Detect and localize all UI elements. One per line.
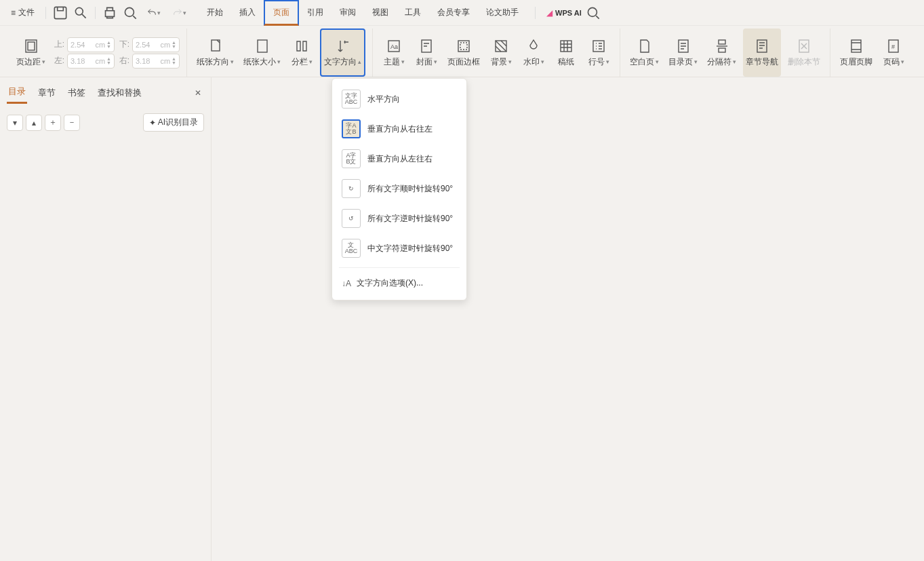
text-dir-options[interactable]: ↓A 文字方向选项(X)... [332, 272, 466, 294]
tab-view[interactable]: 视图 [364, 1, 397, 24]
sidebar-tab-toc[interactable]: 目录 [7, 81, 27, 104]
toc-page-button[interactable]: 目录页▾ [666, 28, 700, 77]
separator [535, 7, 536, 19]
text-dir-options-icon: ↓A [342, 279, 351, 288]
svg-point-3 [125, 7, 134, 16]
hamburger-icon: ≡ [11, 8, 16, 18]
text-direction-button[interactable]: 文字方向▴ [320, 28, 365, 77]
margin-top-input[interactable]: 2.54cm▲▼ [67, 37, 115, 52]
group-paper: 纸张方向▾ 纸张大小▾ 分栏▾ 文字方向▴ [187, 28, 373, 77]
sidebar-close-button[interactable]: ✕ [192, 85, 204, 100]
page-margin-icon [23, 38, 39, 54]
margin-right-label: 右: [117, 55, 129, 66]
svg-rect-15 [561, 41, 571, 52]
menu-item-label: 水平方向 [367, 94, 400, 105]
svg-rect-20 [757, 40, 767, 52]
columns-button[interactable]: 分栏▾ [287, 28, 316, 77]
chapter-nav-button[interactable]: 章节导航 [743, 28, 781, 77]
svg-rect-8 [258, 40, 267, 52]
delete-section-button: 删除本节 [785, 28, 823, 77]
margin-top-label: 上: [52, 39, 64, 50]
text-dir-cjk-ccw[interactable]: 文ABC 中文字符逆时针旋转90° [332, 233, 466, 263]
chevron-down-icon: ▾ [183, 9, 186, 16]
margin-left-input[interactable]: 3.18cm▲▼ [67, 54, 115, 69]
redo-icon[interactable]: ▾ [167, 4, 190, 22]
tab-start[interactable]: 开始 [199, 1, 231, 24]
chevron-down-icon: ▾ [42, 58, 45, 65]
file-menu[interactable]: ≡ 文件 [5, 4, 40, 21]
separator [95, 7, 96, 19]
tab-reference[interactable]: 引用 [299, 1, 332, 24]
margin-right-input[interactable]: 3.18cm▲▼ [132, 54, 180, 69]
print-preview-icon[interactable] [72, 4, 89, 22]
tab-thesis[interactable]: 论文助手 [478, 1, 527, 24]
search-icon[interactable] [584, 4, 602, 22]
ai-sparkle-icon: ✦ [149, 118, 156, 128]
paper-size-button[interactable]: 纸张大小▾ [241, 28, 283, 77]
menu-item-label: 所有文字逆时针旋转90° [367, 213, 453, 225]
theme-label: 主题 [384, 56, 400, 68]
sidebar-tab-chapter[interactable]: 章节 [37, 83, 57, 103]
text-dir-horizontal[interactable]: 文字ABC 水平方向 [332, 84, 466, 114]
save-icon[interactable] [52, 4, 69, 22]
tab-review[interactable]: 审阅 [332, 1, 364, 24]
svg-rect-18 [719, 40, 725, 44]
manuscript-button[interactable]: 稿纸 [552, 28, 580, 77]
svg-rect-19 [719, 48, 725, 52]
expand-down-button[interactable]: ▾ [7, 115, 23, 131]
tab-insert[interactable]: 插入 [231, 1, 264, 24]
svg-rect-0 [54, 7, 66, 18]
line-number-button[interactable]: 行号▾ [584, 28, 613, 77]
watermark-button[interactable]: 水印▾ [519, 28, 548, 77]
theme-icon: Aa [386, 38, 402, 54]
delete-section-label: 删除本节 [788, 56, 820, 68]
sidebar-tab-bookmark[interactable]: 书签 [66, 83, 87, 103]
text-direction-icon [335, 38, 351, 54]
text-dir-rotate-ccw[interactable]: ↺ 所有文字逆时针旋转90° [332, 204, 466, 233]
separator-icon [714, 38, 730, 54]
menu-item-label: 垂直方向从右往左 [367, 123, 433, 135]
text-direction-menu: 文字ABC 水平方向 字A文B 垂直方向从右往左 A字B文 垂直方向从左往右 ↻… [332, 78, 467, 301]
tab-tools[interactable]: 工具 [397, 1, 429, 24]
wps-ai-button[interactable]: ◢ WPS AI [546, 8, 582, 18]
wps-ai-logo-icon: ◢ [546, 8, 553, 18]
tab-page[interactable]: 页面 [264, 0, 299, 26]
theme-button[interactable]: Aa 主题▾ [380, 28, 408, 77]
print-icon[interactable] [101, 4, 119, 22]
page-border-button[interactable]: 页面边框 [445, 28, 483, 77]
page-margin-button[interactable]: 页边距▾ [14, 28, 48, 77]
manuscript-label: 稿纸 [558, 56, 574, 68]
sidebar-tab-find-replace[interactable]: 查找和替换 [96, 83, 143, 103]
text-dir-rotate-cw[interactable]: ↻ 所有文字顺时针旋转90° [332, 174, 466, 204]
tab-member[interactable]: 会员专享 [429, 1, 478, 24]
collapse-up-button[interactable]: ▴ [26, 115, 42, 131]
watermark-icon [525, 38, 542, 54]
toc-page-icon [675, 38, 691, 54]
margin-bottom-input[interactable]: 2.54cm▲▼ [132, 37, 180, 52]
margin-bottom-label: 下: [117, 39, 129, 50]
text-dir-horizontal-icon: 文字ABC [342, 90, 361, 109]
blank-page-button[interactable]: 空白页▾ [627, 28, 662, 77]
sidebar-tools: ▾ ▴ ＋ － ✦ AI识别目录 [7, 113, 204, 132]
text-dir-vertical-rtl[interactable]: 字A文B 垂直方向从右往左 [332, 114, 466, 144]
chapter-nav-icon [754, 38, 770, 54]
paper-direction-label: 纸张方向 [197, 56, 229, 68]
svg-rect-13 [460, 43, 467, 50]
margin-left-label: 左: [52, 55, 64, 66]
separator-button[interactable]: 分隔符▾ [704, 28, 739, 77]
background-button[interactable]: 背景▾ [487, 28, 515, 77]
margin-inputs: 上: 2.54cm▲▼ 下: 2.54cm▲▼ 左: 3.18cm▲▼ 右: 3… [52, 37, 180, 69]
ai-toc-button[interactable]: ✦ AI识别目录 [143, 113, 204, 132]
paper-direction-button[interactable]: 纸张方向▾ [194, 28, 237, 77]
zoom-icon[interactable] [121, 4, 139, 22]
page-number-button[interactable]: # 页码▾ [879, 28, 908, 77]
text-dir-vertical-ltr[interactable]: A字B文 垂直方向从左往右 [332, 144, 466, 174]
add-button[interactable]: ＋ [45, 115, 61, 131]
remove-button[interactable]: － [64, 115, 80, 131]
main-tabs: 开始 插入 页面 引用 审阅 视图 工具 会员专享 论文助手 [199, 0, 527, 26]
header-footer-button[interactable]: 页眉页脚 [837, 28, 875, 77]
undo-icon[interactable]: ▾ [142, 4, 165, 22]
cover-button[interactable]: 封面▾ [412, 28, 441, 77]
watermark-label: 水印 [523, 56, 540, 68]
top-bar: ≡ 文件 ▾ ▾ 开始 插入 页面 引用 审阅 视图 工具 会员专享 论文助手 … [0, 0, 924, 26]
